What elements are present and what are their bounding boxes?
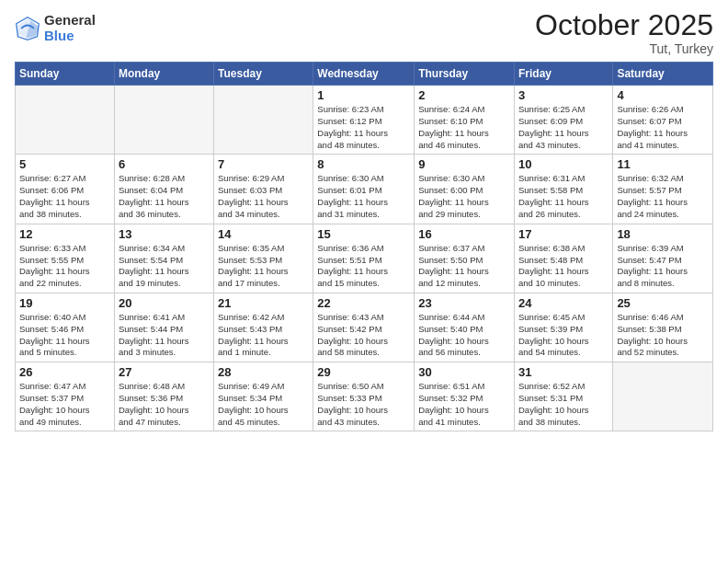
day-info-line: Sunrise: 6:38 AM <box>518 243 585 253</box>
day-info-line: Sunset: 6:01 PM <box>317 185 381 195</box>
calendar-day-cell: 6Sunrise: 6:28 AMSunset: 6:04 PMDaylight… <box>114 155 213 224</box>
day-info: Sunrise: 6:46 AMSunset: 5:38 PMDaylight:… <box>617 312 709 359</box>
day-info-line: Sunrise: 6:44 AM <box>418 312 484 322</box>
day-info-line: Daylight: 11 hours <box>119 197 189 207</box>
day-info: Sunrise: 6:25 AMSunset: 6:09 PMDaylight:… <box>518 104 609 151</box>
day-info-line: and 24 minutes. <box>617 209 679 219</box>
title-block: October 2025 Tut, Turkey <box>535 9 713 56</box>
calendar-day-cell: 17Sunrise: 6:38 AMSunset: 5:48 PMDayligh… <box>514 224 612 293</box>
calendar-day-cell: 4Sunrise: 6:26 AMSunset: 6:07 PMDaylight… <box>613 86 713 155</box>
day-number: 2 <box>418 88 510 102</box>
day-number: 29 <box>317 365 410 379</box>
col-saturday: Saturday <box>613 63 713 86</box>
col-friday: Friday <box>514 63 612 86</box>
calendar-day-cell: 1Sunrise: 6:23 AMSunset: 6:12 PMDaylight… <box>313 86 415 155</box>
calendar-day-cell: 27Sunrise: 6:48 AMSunset: 5:36 PMDayligh… <box>114 362 213 431</box>
day-info-line: Sunset: 5:50 PM <box>418 255 483 265</box>
day-info-line: and 41 minutes. <box>418 417 481 427</box>
day-info-line: and 26 minutes. <box>518 209 581 219</box>
day-info-line: Daylight: 11 hours <box>218 197 289 207</box>
day-info-line: and 45 minutes. <box>218 417 280 427</box>
day-number: 7 <box>218 157 309 171</box>
day-info-line: Sunset: 5:31 PM <box>518 393 583 403</box>
day-info-line: and 29 minutes. <box>418 209 481 219</box>
col-sunday: Sunday <box>16 63 115 86</box>
day-info-line: and 47 minutes. <box>119 417 181 427</box>
header-row: Sunday Monday Tuesday Wednesday Thursday… <box>16 63 713 86</box>
day-info-line: Sunset: 5:57 PM <box>617 185 681 195</box>
day-info: Sunrise: 6:39 AMSunset: 5:47 PMDaylight:… <box>617 243 709 290</box>
day-info-line: and 10 minutes. <box>518 278 581 288</box>
day-info-line: Daylight: 11 hours <box>317 197 388 207</box>
day-info-line: Sunrise: 6:51 AM <box>418 381 484 391</box>
day-number: 26 <box>19 365 110 379</box>
day-info-line: Daylight: 10 hours <box>418 336 489 346</box>
day-info-line: Sunrise: 6:33 AM <box>19 243 85 253</box>
day-info-line: Sunrise: 6:25 AM <box>518 104 585 114</box>
day-info: Sunrise: 6:33 AMSunset: 5:55 PMDaylight:… <box>19 243 110 290</box>
day-info-line: Sunrise: 6:36 AM <box>317 243 383 253</box>
day-info-line: and 43 minutes. <box>518 140 581 150</box>
day-info: Sunrise: 6:35 AMSunset: 5:53 PMDaylight:… <box>218 243 309 290</box>
day-number: 24 <box>518 296 609 310</box>
day-info-line: Daylight: 11 hours <box>317 128 388 138</box>
day-info-line: Sunset: 5:40 PM <box>418 324 483 334</box>
day-info-line: Daylight: 11 hours <box>518 197 589 207</box>
day-info-line: Sunset: 6:10 PM <box>418 116 483 126</box>
calendar-day-cell: 8Sunrise: 6:30 AMSunset: 6:01 PMDaylight… <box>313 155 415 224</box>
calendar-day-cell: 15Sunrise: 6:36 AMSunset: 5:51 PMDayligh… <box>313 224 415 293</box>
day-number: 22 <box>317 296 410 310</box>
calendar-week-row: 19Sunrise: 6:40 AMSunset: 5:46 PMDayligh… <box>16 293 713 362</box>
day-info-line: and 22 minutes. <box>19 278 82 288</box>
day-info-line: Daylight: 11 hours <box>617 197 688 207</box>
day-info-line: and 38 minutes. <box>19 209 82 219</box>
day-number: 9 <box>418 157 510 171</box>
day-info-line: Sunrise: 6:39 AM <box>617 243 683 253</box>
day-number: 31 <box>518 365 609 379</box>
day-info-line: Sunrise: 6:40 AM <box>19 312 85 322</box>
day-info-line: and 5 minutes. <box>19 347 76 357</box>
day-info-line: Sunset: 5:51 PM <box>317 255 381 265</box>
day-info-line: and 38 minutes. <box>518 417 581 427</box>
day-number: 8 <box>317 157 410 171</box>
day-info-line: Daylight: 11 hours <box>218 336 289 346</box>
day-info-line: and 19 minutes. <box>119 278 181 288</box>
day-info-line: Sunrise: 6:46 AM <box>617 312 683 322</box>
day-info-line: and 58 minutes. <box>317 347 380 357</box>
day-info-line: Daylight: 11 hours <box>317 266 388 276</box>
day-number: 3 <box>518 88 609 102</box>
day-info-line: Sunset: 5:42 PM <box>317 324 381 334</box>
calendar-week-row: 26Sunrise: 6:47 AMSunset: 5:37 PMDayligh… <box>16 362 713 431</box>
page-container: General Blue October 2025 Tut, Turkey Su… <box>0 0 728 441</box>
day-info-line: Sunset: 5:47 PM <box>617 255 681 265</box>
day-info-line: Sunset: 6:03 PM <box>218 185 282 195</box>
day-info: Sunrise: 6:36 AMSunset: 5:51 PMDaylight:… <box>317 243 410 290</box>
calendar-day-cell: 16Sunrise: 6:37 AMSunset: 5:50 PMDayligh… <box>415 224 515 293</box>
day-info-line: Sunrise: 6:31 AM <box>518 173 585 183</box>
calendar-day-cell: 25Sunrise: 6:46 AMSunset: 5:38 PMDayligh… <box>613 293 713 362</box>
day-info-line: Daylight: 11 hours <box>617 128 688 138</box>
day-info-line: Sunset: 5:54 PM <box>119 255 183 265</box>
calendar-day-cell: 2Sunrise: 6:24 AMSunset: 6:10 PMDaylight… <box>415 86 515 155</box>
day-info-line: Sunrise: 6:32 AM <box>617 173 683 183</box>
day-info: Sunrise: 6:34 AMSunset: 5:54 PMDaylight:… <box>119 243 210 290</box>
day-info: Sunrise: 6:45 AMSunset: 5:39 PMDaylight:… <box>518 312 609 359</box>
day-number: 30 <box>418 365 510 379</box>
day-number: 12 <box>19 227 110 241</box>
calendar-table: Sunday Monday Tuesday Wednesday Thursday… <box>15 62 713 431</box>
calendar-day-cell <box>613 362 713 431</box>
day-info-line: Daylight: 10 hours <box>218 405 289 415</box>
calendar-week-row: 5Sunrise: 6:27 AMSunset: 6:06 PMDaylight… <box>16 155 713 224</box>
day-info-line: Sunset: 5:36 PM <box>119 393 183 403</box>
day-info-line: Sunrise: 6:47 AM <box>19 381 85 391</box>
col-thursday: Thursday <box>415 63 515 86</box>
day-info: Sunrise: 6:43 AMSunset: 5:42 PMDaylight:… <box>317 312 410 359</box>
day-info-line: Sunrise: 6:23 AM <box>317 104 383 114</box>
calendar-day-cell: 13Sunrise: 6:34 AMSunset: 5:54 PMDayligh… <box>114 224 213 293</box>
day-number: 16 <box>418 227 510 241</box>
calendar-day-cell: 30Sunrise: 6:51 AMSunset: 5:32 PMDayligh… <box>415 362 515 431</box>
calendar-day-cell: 5Sunrise: 6:27 AMSunset: 6:06 PMDaylight… <box>16 155 115 224</box>
day-info-line: Sunrise: 6:28 AM <box>119 173 185 183</box>
day-info-line: Sunset: 6:12 PM <box>317 116 381 126</box>
day-info-line: and 31 minutes. <box>317 209 380 219</box>
